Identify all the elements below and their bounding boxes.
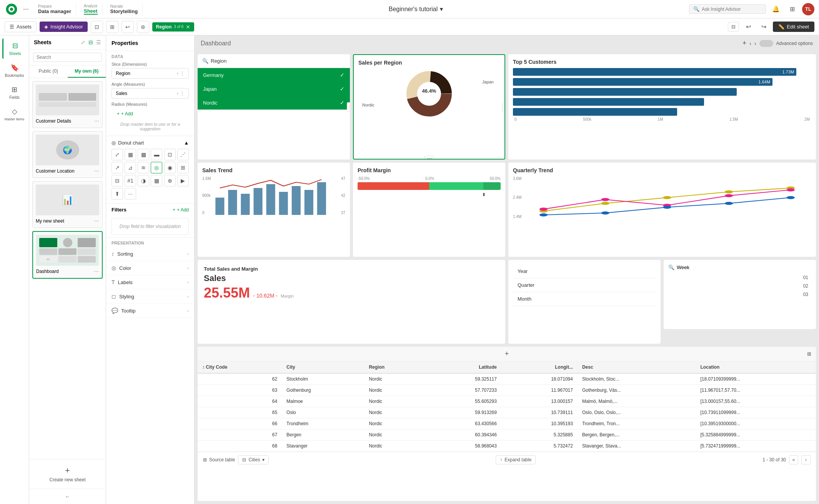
avatar[interactable]: TL	[802, 3, 814, 15]
viz-icon-combo[interactable]: ≋	[138, 162, 149, 173]
sheet-card-dashboard[interactable]: #1 Dashboard ···	[32, 231, 103, 279]
filter-add-btn[interactable]: + + Add	[173, 207, 189, 213]
add-radius-btn[interactable]: + + Add	[112, 108, 189, 120]
week-item-03[interactable]: 03	[668, 290, 811, 299]
grid-icon[interactable]: ⊞	[786, 3, 798, 15]
viz-icon-hbar[interactable]: ▬	[151, 149, 162, 160]
angle-field[interactable]: Sales › ⋮	[112, 88, 189, 99]
pres-tooltip[interactable]: 💬 Tooltip ›	[106, 304, 194, 318]
viz-icon-map[interactable]: ⊕	[164, 175, 176, 186]
forward-icon[interactable]: ⊚	[137, 21, 149, 33]
sidebar-item-sheets[interactable]: ⊟ Sheets	[2, 38, 27, 59]
viz-icon-waterfall[interactable]: ⬆	[112, 188, 123, 200]
collapse-sidebar-btn[interactable]: ←	[29, 489, 106, 504]
search-input[interactable]	[702, 7, 756, 12]
sheet-card-customer-details[interactable]: Customer Details ···	[32, 81, 103, 128]
sidebar-item-fields[interactable]: ⊞ Fields	[2, 82, 27, 103]
month-filter[interactable]: Month	[513, 292, 656, 306]
table-add-btn[interactable]: +	[505, 350, 509, 358]
resize-handle-donut[interactable]: ⋮	[502, 102, 505, 111]
back-icon[interactable]: ↩	[122, 21, 134, 33]
sheet-card-customer-location[interactable]: 🌍 Customer Location ···	[32, 131, 103, 178]
menu-dots[interactable]: ···	[22, 3, 30, 15]
sidebar-item-bookmarks[interactable]: 🔖 Bookmarks	[2, 60, 27, 81]
region-badge[interactable]: Region 3 of 6 ✕	[152, 22, 195, 32]
region-item-germany[interactable]: Germany ✓	[198, 68, 350, 82]
quarter-filter[interactable]: Quarter	[513, 278, 656, 292]
year-filter[interactable]: Year	[513, 264, 656, 278]
sheet-dots-my-new-sheet[interactable]: ···	[94, 218, 99, 225]
pres-sorting[interactable]: ↕ Sorting ›	[106, 247, 194, 261]
app-title[interactable]: Beginner's tutorial ▾	[389, 5, 443, 13]
cities-dropdown[interactable]: ⊟ Cities ▾	[238, 455, 269, 464]
resize-handle-region[interactable]: ⋮	[347, 102, 350, 111]
week-item-02[interactable]: 02	[668, 282, 811, 290]
edit-sheet-btn[interactable]: ✏️ Edit sheet	[773, 22, 814, 32]
table-grid-icon[interactable]: ⊞	[807, 351, 811, 357]
table-row[interactable]: 67BergenNordic60.3943465.325885Bergen, B…	[198, 429, 816, 441]
first-page-btn[interactable]: «	[789, 455, 798, 464]
viz-icon-bar[interactable]: ▦	[125, 149, 136, 160]
expand-sheets-icon[interactable]: ⤢	[81, 39, 85, 45]
viz-icon-treemap[interactable]: ▦	[151, 175, 162, 186]
prev-icon[interactable]: ‹	[749, 40, 751, 47]
viz-icon-table[interactable]: ⊞	[177, 162, 189, 173]
region-item-nordic[interactable]: Nordic ✓	[198, 96, 350, 110]
next-icon[interactable]: ›	[754, 40, 756, 47]
region-item-japan[interactable]: Japan ✓	[198, 82, 350, 96]
pres-styling[interactable]: ◻ Styling ›	[106, 289, 194, 304]
tab-myown[interactable]: My own (6)	[68, 65, 106, 78]
resize-handle-donut-h[interactable]: ⋯	[424, 156, 434, 160]
sidebar-item-master-items[interactable]: ◇ Master items	[2, 104, 27, 124]
viz-icon-pivot[interactable]: ⊟	[112, 175, 123, 186]
sheet-card-my-new-sheet[interactable]: 📊 My new sheet ···	[32, 181, 103, 228]
sheet-dots-dashboard[interactable]: ···	[94, 268, 99, 275]
viz-icon-gauge[interactable]: ◑	[138, 175, 149, 186]
prev-page-btn[interactable]: ‹	[801, 455, 811, 464]
viz-icon-scatter[interactable]: ⊡	[164, 149, 176, 160]
viz-icon-stacked[interactable]: ▩	[138, 149, 149, 160]
viz-icon-pie[interactable]: ◉	[164, 162, 176, 173]
table-row[interactable]: 64MalmoeNordic55.60529313.000157Malmö, M…	[198, 396, 816, 407]
sheets-search-input[interactable]	[33, 53, 102, 62]
viz-icon-line1[interactable]: ⋰	[177, 149, 189, 160]
nav-analyze[interactable]: Analyze Sheet	[79, 2, 103, 16]
table-row[interactable]: 63GothenburgNordic57.70723311.967017Goth…	[198, 385, 816, 396]
add-widget-btn[interactable]: +	[742, 39, 747, 47]
viz-collapse-icon[interactable]: ▲	[184, 140, 189, 146]
pres-color[interactable]: ◎ Color ›	[106, 261, 194, 275]
viz-icon-donut[interactable]: ◎	[151, 162, 162, 173]
table-row[interactable]: 65OsloNordic59.91326910.739111Oslo, Oslo…	[198, 407, 816, 418]
advanced-options-toggle[interactable]	[759, 40, 773, 47]
undo-icon[interactable]: ↩	[742, 21, 754, 33]
nav-narrate[interactable]: Narrate Storytelling	[106, 3, 143, 16]
create-new-sheet-btn[interactable]: + Create new sheet	[29, 459, 106, 489]
snap-icon[interactable]: ⊡	[91, 21, 103, 33]
slice-options-icon[interactable]: ⋮	[180, 71, 185, 76]
sheet-dots-customer-details[interactable]: ···	[94, 118, 99, 125]
nav-prepare[interactable]: Prepare Data manager	[33, 3, 76, 16]
angle-options-icon[interactable]: ⋮	[180, 91, 185, 96]
pres-labels[interactable]: T Labels ›	[106, 275, 194, 289]
viz-icon-lasso[interactable]: ⤢	[112, 149, 123, 160]
viz-icon-more[interactable]: ···	[125, 188, 136, 200]
fit-icon[interactable]: ⊞	[106, 21, 118, 33]
table-row[interactable]: 66TrondheimNordic63.43056610.395193Trond…	[198, 418, 816, 429]
expand-table-btn[interactable]: ↑ Expand table	[496, 455, 536, 464]
table-row[interactable]: 62StockholmNordic59.32511718.071094Stock…	[198, 373, 816, 385]
tab-public[interactable]: Public (0)	[29, 65, 68, 78]
slice-field[interactable]: Region › ⋮	[112, 68, 189, 79]
week-item-01[interactable]: 01	[668, 273, 811, 282]
notification-icon[interactable]: 🔔	[770, 3, 782, 15]
grid-view-sheets-icon[interactable]: ⊟	[88, 39, 93, 45]
viz-icon-kpi[interactable]: #1	[125, 175, 136, 186]
viz-icon-area[interactable]: ⊿	[125, 162, 136, 173]
view-grid-btn[interactable]: ⊟	[728, 22, 739, 32]
region-badge-close[interactable]: ✕	[186, 24, 190, 30]
viz-icon-line2[interactable]: ↗	[112, 162, 123, 173]
sheet-dots-customer-location[interactable]: ···	[94, 168, 99, 175]
list-view-sheets-icon[interactable]: ☰	[96, 39, 101, 45]
assets-btn[interactable]: ☰ Assets	[5, 21, 37, 32]
redo-icon[interactable]: ↪	[757, 21, 770, 33]
viz-icon-bullet[interactable]: ▶	[177, 175, 189, 186]
